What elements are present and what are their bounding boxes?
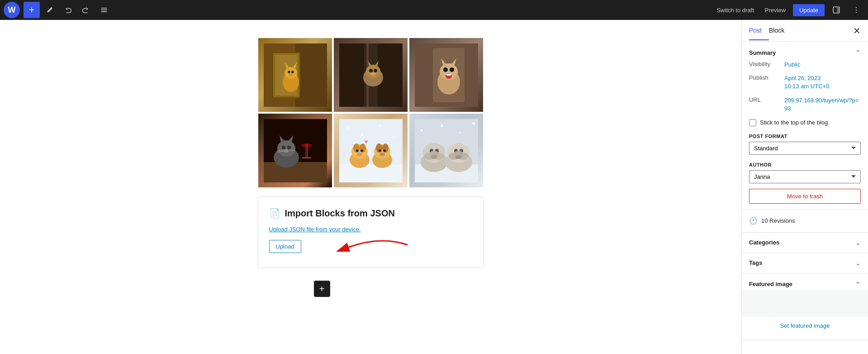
main-container: ♥ xyxy=(0,20,868,354)
featured-image-header[interactable]: Featured image ⌃ xyxy=(749,279,861,290)
categories-section[interactable]: Categories ⌄ xyxy=(742,233,868,253)
edit-button[interactable] xyxy=(42,2,58,18)
svg-point-38 xyxy=(446,74,451,76)
revisions-icon: 🕐 xyxy=(749,217,758,225)
cat-wine-image xyxy=(258,114,332,187)
editor-area[interactable]: ♥ xyxy=(0,20,741,354)
svg-point-73 xyxy=(379,149,381,152)
svg-point-66 xyxy=(360,149,363,152)
svg-point-74 xyxy=(383,149,386,152)
undo-button[interactable] xyxy=(60,2,76,18)
import-description: Upload JSON file from your device. xyxy=(269,226,473,233)
svg-rect-2 xyxy=(101,11,107,12)
svg-point-57 xyxy=(360,134,363,136)
import-title-text: Import Blocks from JSON xyxy=(285,208,395,219)
cat-image-3 xyxy=(409,38,483,112)
svg-point-78 xyxy=(421,129,422,131)
svg-point-48 xyxy=(282,146,285,149)
author-section: AUTHOR Janna xyxy=(749,158,861,187)
move-to-trash-button[interactable]: Move to trash xyxy=(749,189,861,204)
url-value[interactable]: 209.97.169.90/tuyen/wp/?p=93 xyxy=(784,96,861,113)
publish-value[interactable]: April 26, 2023 10:13 am UTC+0 xyxy=(784,74,829,91)
add-block-bottom-button[interactable]: + xyxy=(314,281,330,297)
import-desc-start: Upload JSON xyxy=(269,226,307,233)
redo-button[interactable] xyxy=(78,2,94,18)
summary-section: Summary ⌃ Visibility Public Publish Apri… xyxy=(742,42,868,210)
tab-block[interactable]: Block xyxy=(769,21,792,40)
update-button[interactable]: Update xyxy=(793,4,825,16)
upload-button[interactable]: Upload xyxy=(269,240,301,253)
svg-point-50 xyxy=(284,149,289,153)
svg-point-17 xyxy=(291,71,294,73)
add-block-button[interactable]: + xyxy=(24,2,40,18)
post-format-section: POST FORMAT Standard Aside Gallery Link … xyxy=(749,130,861,158)
wp-logo[interactable]: W xyxy=(4,2,20,18)
visibility-row: Visibility Public xyxy=(749,58,861,72)
preview-button[interactable]: Preview xyxy=(761,5,789,15)
author-label: AUTHOR xyxy=(749,162,861,167)
sidebar-tabs: Post Block xyxy=(749,21,792,40)
arrow-annotation xyxy=(313,231,412,258)
revisions-label: 10 Revisions xyxy=(761,217,795,224)
undo-icon xyxy=(64,6,71,14)
tags-chevron: ⌄ xyxy=(855,259,861,267)
revisions-row[interactable]: 🕐 10 Revisions xyxy=(749,215,861,227)
svg-rect-0 xyxy=(101,8,107,9)
image-cell xyxy=(409,38,483,112)
menu-icon xyxy=(100,6,108,14)
svg-point-67 xyxy=(357,153,362,156)
menu-button[interactable] xyxy=(96,2,112,18)
corgi-svg: ♥ xyxy=(339,119,403,182)
toolbar-right: Switch to draft Preview Update xyxy=(713,2,864,18)
svg-point-97 xyxy=(455,155,462,159)
svg-point-13 xyxy=(285,67,297,79)
tab-post[interactable]: Post xyxy=(749,21,769,40)
summary-section-header[interactable]: Summary ⌃ xyxy=(749,47,861,58)
svg-point-27 xyxy=(374,69,377,72)
switch-draft-button[interactable]: Switch to draft xyxy=(713,5,757,15)
svg-rect-55 xyxy=(339,164,403,182)
featured-image-bg xyxy=(742,290,868,317)
bulldog-svg xyxy=(415,119,478,182)
stick-to-top-row: Stick to the top of the blog xyxy=(749,115,861,130)
url-row: URL 209.97.169.90/tuyen/wp/?p=93 xyxy=(749,94,861,115)
svg-rect-42 xyxy=(305,144,308,158)
import-json-block: 📄 Import Blocks from JSON Upload JSON fi… xyxy=(258,196,484,268)
url-label: URL xyxy=(749,96,781,103)
post-format-select[interactable]: Standard Aside Gallery Link Image Quote … xyxy=(749,142,861,155)
svg-point-7 xyxy=(856,12,857,13)
visibility-value[interactable]: Public xyxy=(784,61,800,69)
categories-chevron: ⌄ xyxy=(855,239,861,246)
tags-section[interactable]: Tags ⌄ xyxy=(742,253,868,273)
corgi-image: ♥ xyxy=(334,114,408,187)
svg-point-49 xyxy=(287,146,291,149)
stick-to-top-checkbox[interactable] xyxy=(749,119,756,126)
svg-point-81 xyxy=(472,122,475,125)
image-cell xyxy=(258,38,332,112)
svg-point-65 xyxy=(356,149,359,152)
author-select[interactable]: Janna xyxy=(749,170,861,183)
stick-to-top-label: Stick to the top of the blog xyxy=(760,119,828,126)
svg-text:♥: ♥ xyxy=(364,138,368,145)
svg-point-28 xyxy=(371,72,375,75)
sidebar-close-button[interactable]: ✕ xyxy=(853,26,861,35)
import-desc-link[interactable]: file from your device xyxy=(307,226,359,233)
svg-rect-43 xyxy=(302,157,311,158)
categories-title: Categories xyxy=(749,239,779,246)
edit-icon xyxy=(46,6,53,14)
cat-image-1 xyxy=(258,38,332,112)
featured-image-section: Featured image ⌃ Set featured image xyxy=(742,273,868,340)
panel-icon xyxy=(832,6,840,14)
image-cell xyxy=(409,114,483,187)
image-cell xyxy=(334,38,408,112)
svg-point-80 xyxy=(459,132,461,134)
svg-point-58 xyxy=(379,125,381,127)
svg-point-59 xyxy=(393,136,394,138)
set-featured-image-link[interactable]: Set featured image xyxy=(749,321,861,331)
featured-image-title: Featured image xyxy=(749,281,792,287)
import-desc-end: . xyxy=(359,226,361,233)
svg-rect-1 xyxy=(101,10,107,10)
summary-content: Visibility Public Publish April 26, 2023… xyxy=(749,58,861,115)
panel-toggle-button[interactable] xyxy=(828,2,844,18)
more-options-button[interactable] xyxy=(848,2,864,18)
